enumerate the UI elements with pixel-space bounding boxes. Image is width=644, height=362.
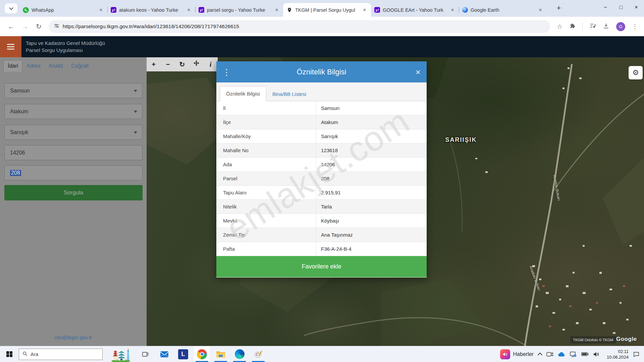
meet-now-icon[interactable] [546, 352, 553, 357]
tab-parsel-sorgu-yahoo[interactable]: y! parsel sorgu - Yahoo Turke × [195, 3, 283, 17]
tab-close-icon[interactable]: × [537, 7, 543, 13]
reload-button[interactable]: ↻ [36, 22, 42, 31]
url-text[interactable]: https://parselsorgu.tkgm.gov.tr/#ara/ida… [63, 23, 239, 29]
desktop: WhatsApp × y! atakum keos - Yahoo Turke … [0, 0, 644, 362]
sidebar-tabs: İdari Adres Analiz Coğrafi [3, 60, 93, 72]
tab-bina-bb-listesi[interactable]: Bina/BB Listesi [266, 87, 312, 101]
maximize-button[interactable]: □ [613, 0, 629, 15]
contact-email-link[interactable]: cbs@tkgm.gov.tr [0, 335, 147, 340]
mail-app-icon[interactable] [156, 346, 172, 362]
tab-close-icon[interactable]: × [186, 7, 192, 13]
display-sync-icon[interactable] [570, 352, 577, 357]
news-widget[interactable]: Haberler [500, 349, 534, 359]
district-select[interactable]: Atakum [4, 104, 143, 119]
tab-atakum-keos[interactable]: y! atakum keos - Yahoo Turke × [107, 3, 195, 17]
battery-icon[interactable] [581, 352, 589, 356]
volume-icon[interactable] [593, 352, 600, 357]
tab-close-icon[interactable]: × [98, 7, 104, 13]
search-icon [22, 351, 28, 357]
tab-google-earth[interactable]: Google Earth × [459, 3, 547, 17]
tab-tkgm-active[interactable]: TKGM | Parsel Sorgu Uygul × [283, 3, 371, 17]
dialog-kebab-icon[interactable]: ⋮ [222, 68, 230, 76]
window-controls: − □ × [598, 0, 644, 15]
action-center-icon[interactable] [633, 351, 639, 357]
chrome-taskbar-icon[interactable] [194, 346, 210, 362]
tab-close-icon[interactable]: × [362, 7, 368, 13]
l-app-icon[interactable]: L [175, 346, 191, 362]
bookmark-star-icon[interactable]: ☆ [557, 23, 562, 31]
neighborhood-value: Sarıışık [10, 129, 28, 135]
task-view-button[interactable] [138, 346, 154, 362]
tab-search-button[interactable] [5, 3, 17, 13]
tab-oznitelik-bilgisi[interactable]: Öznitelik Bilgisi [220, 86, 266, 101]
tab-close-icon[interactable]: × [274, 7, 280, 13]
chevron-down-icon [9, 6, 13, 10]
onedrive-icon[interactable] [558, 352, 565, 357]
clock-time: 02:11 [607, 349, 629, 354]
back-button[interactable]: ← [8, 23, 14, 31]
parsel-input[interactable]: 208 [4, 165, 143, 180]
yahoo-icon: y! [111, 7, 116, 13]
map-settings-button[interactable]: ⚙ [629, 66, 643, 79]
new-tab-button[interactable]: + [554, 4, 564, 13]
attribute-info-dialog: ⋮ Öznitelik Bilgisi × Öznitelik Bilgisi … [216, 61, 427, 278]
tab-close-icon[interactable]: × [449, 7, 455, 13]
add-to-favorites-button[interactable]: Favorilere ekle [216, 256, 427, 277]
page-content: İdari Adres Analiz Coğrafi Samsun Atakum… [0, 57, 644, 346]
file-explorer-icon[interactable] [213, 346, 229, 362]
castle-widget-icon[interactable] [107, 346, 135, 362]
paint-app-icon[interactable] [250, 346, 266, 362]
map-canvas[interactable]: + − ↻ i ⚙ SARIIŞIK Anadolu Bulvarı Anado… [147, 57, 644, 346]
row-value: F36-A-24-B-4 [316, 242, 427, 256]
table-row: Tapu Alanı2.915,91 [216, 186, 427, 200]
zoom-in-icon[interactable]: + [149, 61, 159, 68]
ada-input[interactable]: 14206 [4, 145, 143, 160]
gear-icon: ⚙ [632, 68, 639, 77]
tab-adres[interactable]: Adres [22, 60, 45, 72]
info-icon[interactable]: i [206, 60, 216, 69]
close-button[interactable]: × [629, 0, 644, 15]
start-button[interactable] [0, 346, 19, 362]
tab-whatsapp[interactable]: WhatsApp × [19, 3, 107, 17]
forward-button[interactable]: → [22, 23, 29, 31]
site-settings-icon[interactable] [54, 23, 59, 30]
dialog-header[interactable]: ⋮ Öznitelik Bilgisi × [216, 61, 427, 82]
dialog-close-icon[interactable]: × [413, 68, 421, 76]
row-value: Sarıışık [316, 129, 427, 143]
news-label: Haberler [513, 351, 534, 357]
row-label: Parsel [216, 172, 316, 185]
row-label: Pafta [216, 242, 316, 256]
profile-avatar[interactable]: G [616, 22, 625, 31]
browser-menu-icon[interactable]: ⋮ [632, 23, 638, 30]
taskbar-clock[interactable]: 02:11 10.06.2024 [607, 349, 629, 360]
toolbar-divider [582, 23, 583, 30]
table-row: Parsel208 [216, 172, 427, 186]
tab-google-eart-yahoo[interactable]: y! GOOGLE EArt - Yahoo Turk × [371, 3, 459, 17]
media-controls-icon[interactable] [589, 22, 596, 31]
tab-analiz[interactable]: Analiz [45, 60, 67, 72]
map-pin-icon [286, 7, 292, 13]
tray-expand-icon[interactable] [538, 352, 542, 357]
tab-idari[interactable]: İdari [3, 60, 22, 72]
neighborhood-select[interactable]: Sarıışık [4, 125, 143, 140]
browser-tabs: WhatsApp × y! atakum keos - Yahoo Turke … [19, 0, 547, 17]
zoom-out-icon[interactable]: − [163, 61, 173, 68]
attribute-table: İlSamsun İlçeAtakum Mahalle/KöySarıışık … [216, 101, 427, 256]
province-select[interactable]: Samsun [4, 83, 143, 98]
row-label: Ada [216, 158, 316, 171]
address-bar[interactable]: https://parselsorgu.tkgm.gov.tr/#ara/ida… [49, 20, 550, 33]
sorgula-button[interactable]: Sorgula [4, 185, 143, 200]
browser-actions: ☆ G ⋮ [555, 22, 640, 31]
row-value: 123618 [316, 143, 427, 157]
extensions-icon[interactable] [569, 23, 576, 31]
globe-icon [462, 7, 468, 13]
app-header: Tapu ve Kadastro Genel Müdürlüğü Parsel … [0, 36, 644, 57]
pan-icon[interactable] [191, 60, 201, 68]
tab-cografi[interactable]: Coğrafi [67, 60, 93, 72]
download-icon[interactable] [603, 22, 609, 31]
taskbar-search-input[interactable]: Ara [19, 349, 103, 360]
refresh-icon[interactable]: ↻ [177, 60, 187, 68]
minimize-button[interactable]: − [598, 0, 613, 15]
edge-taskbar-icon[interactable] [231, 346, 248, 362]
hamburger-menu-button[interactable] [0, 36, 21, 57]
